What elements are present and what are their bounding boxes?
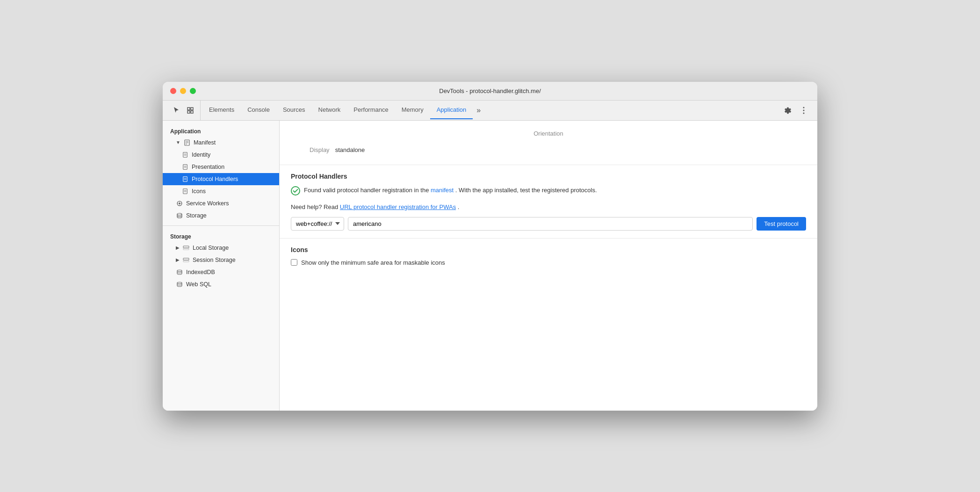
orientation-row: Orientation [291,128,806,143]
tab-application[interactable]: Application [430,101,473,119]
svg-point-35 [177,282,182,284]
manifest-icon [183,139,191,146]
svg-point-29 [177,213,182,215]
check-circle-icon [291,186,300,198]
status-row: Found valid protocol handler registratio… [291,186,806,198]
sidebar-item-identity[interactable]: Identity [163,149,279,161]
checkbox-label: Show only the minimum safe area for mask… [301,259,445,266]
help-text-after: . [458,203,460,210]
maximize-button[interactable] [190,88,196,94]
sidebar-item-manifest[interactable]: ▼ Manifest [163,137,279,149]
presentation-label: Presentation [192,164,224,170]
svg-rect-31 [183,248,189,250]
svg-rect-3 [191,111,193,113]
status-before: Found valid protocol handler registratio… [304,187,429,194]
sidebar-item-web-sql[interactable]: Web SQL [163,278,279,290]
icons-section: Icons Show only the minimum safe area fo… [280,239,817,274]
inspect-icon[interactable] [184,104,196,116]
storage-app-label: Storage [186,212,207,219]
help-text-before: Need help? Read [291,203,338,210]
tab-elements[interactable]: Elements [202,101,241,119]
presentation-icon [181,163,189,171]
sidebar-item-service-workers[interactable]: Service Workers [163,197,279,210]
status-text: Found valid protocol handler registratio… [304,186,597,195]
tab-network[interactable]: Network [312,101,347,119]
svg-rect-32 [183,258,189,260]
display-section: Orientation Display standalone [280,121,817,165]
display-value: standalone [335,146,365,153]
maskable-icons-checkbox[interactable] [291,259,297,266]
session-storage-icon [182,256,190,264]
traffic-lights [170,88,196,94]
title-bar: DevTools - protocol-handler.glitch.me/ [163,82,817,101]
local-storage-label: Local Storage [193,245,229,251]
sidebar-item-storage-app[interactable]: Storage [163,210,279,222]
close-button[interactable] [170,88,176,94]
settings-icon[interactable] [782,104,794,116]
checkbox-row: Show only the minimum safe area for mask… [291,259,806,266]
manifest-link[interactable]: manifest [431,187,454,194]
expand-arrow-icon: ▼ [176,140,180,145]
web-sql-label: Web SQL [186,281,211,288]
protocol-icon [181,175,189,183]
indexeddb-label: IndexedDB [186,269,215,275]
sidebar-item-local-storage[interactable]: ▶ Local Storage [163,242,279,254]
status-after: . With the app installed, test the regis… [455,187,597,194]
tab-memory[interactable]: Memory [395,101,430,119]
svg-rect-30 [183,246,189,248]
svg-rect-0 [187,108,190,110]
tab-performance[interactable]: Performance [347,101,395,119]
service-workers-label: Service Workers [186,200,229,207]
tab-sources[interactable]: Sources [276,101,312,119]
svg-rect-1 [191,108,193,110]
tab-icon-group [166,101,201,120]
svg-point-5 [803,109,805,111]
svg-rect-2 [187,111,190,113]
icons-title: Icons [291,246,806,253]
svg-rect-14 [183,164,187,169]
identity-icon [181,151,189,159]
cursor-icon[interactable] [170,104,182,116]
tab-actions [778,104,814,116]
indexeddb-icon [176,268,183,276]
svg-rect-20 [183,188,187,193]
application-section-title: Application [163,124,279,137]
protocol-row: web+coffee:// Test protocol [291,217,806,231]
tab-more-button[interactable]: » [473,101,484,119]
sidebar-item-icons[interactable]: Icons [163,185,279,197]
svg-rect-11 [183,152,187,157]
svg-point-36 [291,187,300,195]
svg-point-4 [803,107,805,108]
svg-point-24 [179,203,180,204]
content-area: Orientation Display standalone Protocol … [280,121,817,411]
sidebar-item-presentation[interactable]: Presentation [163,161,279,173]
icons-icon [181,188,189,195]
session-storage-label: Session Storage [193,257,236,263]
minimize-button[interactable] [180,88,186,94]
help-row: Need help? Read URL protocol handler reg… [291,203,806,210]
svg-rect-33 [183,260,189,262]
protocol-input[interactable] [348,217,753,231]
svg-rect-17 [183,176,187,181]
protocol-handlers-label: Protocol Handlers [192,176,238,182]
sidebar-item-indexeddb[interactable]: IndexedDB [163,266,279,278]
session-storage-arrow-icon: ▶ [176,257,180,262]
protocol-select[interactable]: web+coffee:// [291,217,344,231]
display-label: Display [310,146,330,153]
svg-point-34 [177,270,182,272]
pwa-link[interactable]: URL protocol handler registration for PW… [340,203,456,210]
local-storage-arrow-icon: ▶ [176,245,180,250]
sidebar-item-session-storage[interactable]: ▶ Session Storage [163,254,279,266]
devtools-window: DevTools - protocol-handler.glitch.me/ E… [163,82,817,411]
test-protocol-button[interactable]: Test protocol [757,217,806,231]
more-options-icon[interactable] [798,104,810,116]
devtools-tab-bar: Elements Console Sources Network Perform… [163,101,817,121]
sidebar: Application ▼ Manifest Identity Presenta… [163,121,280,411]
sidebar-item-protocol-handlers[interactable]: Protocol Handlers [163,173,279,185]
manifest-label: Manifest [194,139,216,146]
tab-console[interactable]: Console [241,101,276,119]
storage-app-icon [176,212,183,219]
svg-point-6 [803,112,805,114]
icons-label: Icons [192,188,206,195]
display-row: Display standalone [291,143,806,157]
